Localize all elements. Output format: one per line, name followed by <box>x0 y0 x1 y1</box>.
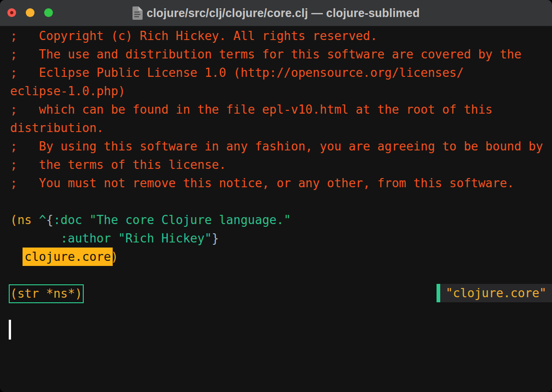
document-icon <box>132 6 143 20</box>
code-segment: ^ <box>39 213 46 227</box>
code-segment: eclipse-1.0.php) <box>10 84 125 98</box>
evaluated-form-box: (str *ns*) <box>9 284 84 303</box>
code-line: ; Copyright (c) Rich Hickey. All rights … <box>10 27 552 45</box>
code-segment: ; which can be found in the file epl-v10… <box>10 103 493 116</box>
code-line: ; The use and distribution terms for thi… <box>10 45 552 63</box>
code-line <box>10 266 552 284</box>
eval-result-value: "clojure.core" <box>440 284 552 302</box>
code-line: ; By using this software in any fashion,… <box>10 137 552 156</box>
traffic-lights <box>7 8 53 17</box>
selection-highlight: clojure.core <box>23 248 113 266</box>
code-segment: { <box>46 213 53 227</box>
code-segment: ; By using this software in any fashion,… <box>10 139 543 153</box>
code-segment <box>10 231 61 245</box>
window-title-group: clojure/src/clj/clojure/core.clj — cloju… <box>132 6 420 20</box>
editor-area[interactable]: ; Copyright (c) Rich Hickey. All rights … <box>0 26 552 392</box>
code-segment: ; Copyright (c) Rich Hickey. All rights … <box>10 29 377 43</box>
text-caret <box>9 320 11 340</box>
code-line: ; You must not remove this notice, or an… <box>10 174 552 192</box>
code-line: (ns ^{:doc "The core Clojure language." <box>10 211 552 229</box>
code-segment: ; You must not remove this notice, or an… <box>10 176 514 190</box>
code-segment: (ns <box>10 213 39 227</box>
code-line: eclipse-1.0.php) <box>10 82 552 100</box>
code-segment: :author "Rich Hickey" <box>61 231 212 245</box>
code-line: ; which can be found in the file epl-v10… <box>10 100 552 119</box>
zoom-button[interactable] <box>44 8 53 17</box>
minimize-button[interactable] <box>26 8 34 17</box>
app-window: clojure/src/clj/clojure/core.clj — cloju… <box>0 0 552 392</box>
code-line: ; Eclipse Public License 1.0 (http://ope… <box>10 63 552 82</box>
inline-eval-result: "clojure.core" <box>437 284 552 302</box>
code-line: ; the terms of this license. <box>10 156 552 174</box>
eval-result-marker <box>437 284 440 302</box>
code-view: ; Copyright (c) Rich Hickey. All rights … <box>0 26 552 303</box>
code-segment: } <box>212 231 219 245</box>
code-line: :author "Rich Hickey"} <box>10 229 552 248</box>
code-line: clojure.core) <box>10 248 552 266</box>
close-button[interactable] <box>7 8 16 17</box>
code-segment: :doc "The core Clojure language." <box>53 213 291 227</box>
code-segment: ; Eclipse Public License 1.0 (http://ope… <box>10 66 464 80</box>
code-line <box>10 192 552 211</box>
code-segment: ; The use and distribution terms for thi… <box>10 47 521 61</box>
title-bar[interactable]: clojure/src/clj/clojure/core.clj — cloju… <box>0 0 552 26</box>
code-line: distribution. <box>10 119 552 137</box>
window-title: clojure/src/clj/clojure/core.clj — cloju… <box>147 6 420 20</box>
code-segment: ; the terms of this license. <box>10 158 226 172</box>
code-segment: ) <box>111 250 118 264</box>
code-segment: distribution. <box>10 121 104 135</box>
